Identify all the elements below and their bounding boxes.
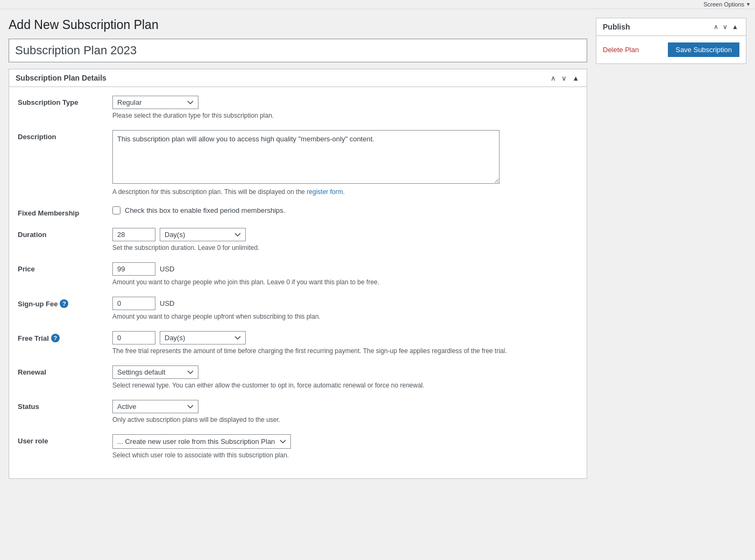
publish-body: Delete Plan Save Subscription [596,36,746,63]
status-label: Status [18,400,104,411]
description-label: Description [18,130,104,141]
price-row: Price USD Amount you want to charge peop… [18,262,578,286]
signup-fee-hint: Amount you want to charge people upfront… [112,313,578,320]
price-value-input[interactable] [112,262,155,276]
subscription-type-row: Subscription Type Regular Serial Please … [18,96,578,119]
publish-header: Publish ∧ ∨ ▲ [596,18,746,36]
duration-label: Duration [18,228,104,239]
panel-collapse-up-button[interactable]: ∧ [550,74,557,82]
free-trial-field: Day(s) Week(s) Month(s) Year(s) The free… [112,331,578,355]
renewal-row: Renewal Settings default Customer choice… [18,365,578,389]
screen-options-button[interactable]: Screen Options [703,1,751,8]
price-field: USD Amount you want to charge people who… [112,262,578,286]
price-hint: Amount you want to charge people who joi… [112,278,578,286]
panel-header: Subscription Plan Details ∧ ∨ ▲ [9,69,587,87]
duration-value-input[interactable] [112,228,155,241]
user-role-select[interactable]: ... Create new user role from this Subsc… [112,434,291,449]
free-trial-inputs: Day(s) Week(s) Month(s) Year(s) [112,331,578,344]
fixed-membership-field: Check this box to enable fixed period me… [112,206,578,214]
duration-row: Duration Day(s) Week(s) Month(s) Year(s)… [18,228,578,252]
panel-controls: ∧ ∨ ▲ [550,74,580,82]
status-row: Status Active Inactive Only active subsc… [18,400,578,423]
free-trial-hint: The free trial represents the amount of … [112,347,578,355]
main-content: Add New Subscription Plan Subscription P… [9,18,587,479]
subscription-type-label: Subscription Type [18,96,104,106]
free-trial-help-icon[interactable]: ? [51,334,60,342]
plan-title-input[interactable] [9,39,587,62]
signup-fee-currency-label: USD [160,299,174,307]
signup-fee-value-input[interactable] [112,297,155,310]
panel-expand-button[interactable]: ▲ [571,74,580,82]
register-form-link[interactable]: register form [307,188,343,196]
user-role-row: User role ... Create new user role from … [18,434,578,459]
status-hint: Only active subscription plans will be d… [112,416,578,423]
user-role-hint: Select which user role to associate with… [112,451,578,459]
renewal-field: Settings default Customer choice Automat… [112,365,578,389]
subscription-type-field: Regular Serial Please select the duratio… [112,96,578,119]
renewal-hint: Select renewal type. You can either allo… [112,382,578,389]
status-field: Active Inactive Only active subscription… [112,400,578,423]
signup-fee-field: USD Amount you want to charge people upf… [112,297,578,320]
publish-collapse-up-button[interactable]: ∧ [713,23,720,31]
user-role-field: ... Create new user role from this Subsc… [112,434,578,459]
panel-collapse-down-button[interactable]: ∨ [560,74,568,82]
publish-title: Publish [603,23,630,31]
description-field: This subscription plan will allow you to… [112,130,578,196]
subscription-type-hint: Please select the duration type for this… [112,112,578,119]
panel-body: Subscription Type Regular Serial Please … [9,87,587,478]
sidebar: Publish ∧ ∨ ▲ Delete Plan Save Subscript… [596,18,746,479]
page-title: Add New Subscription Plan [9,18,587,32]
price-currency-label: USD [160,265,174,273]
signup-fee-inputs: USD [112,297,578,310]
price-label: Price [18,262,104,273]
renewal-label: Renewal [18,365,104,376]
free-trial-unit-select[interactable]: Day(s) Week(s) Month(s) Year(s) [160,331,246,344]
publish-panel: Publish ∧ ∨ ▲ Delete Plan Save Subscript… [596,18,746,64]
description-hint: A description for this subscription plan… [112,188,578,196]
user-role-label: User role [18,434,104,445]
duration-unit-select[interactable]: Day(s) Week(s) Month(s) Year(s) [160,228,246,241]
publish-collapse-down-button[interactable]: ∨ [722,23,729,31]
signup-fee-row: Sign-up Fee ? USD Amount you want to cha… [18,297,578,320]
panel-title: Subscription Plan Details [16,74,106,82]
subscription-plan-panel: Subscription Plan Details ∧ ∨ ▲ Subscrip… [9,69,587,479]
duration-inputs: Day(s) Week(s) Month(s) Year(s) [112,228,578,241]
fixed-membership-checkbox-label: Check this box to enable fixed period me… [125,206,285,214]
subscription-type-select[interactable]: Regular Serial [112,96,198,109]
free-trial-row: Free Trial ? Day(s) Week(s) Month(s) Yea… [18,331,578,355]
duration-hint: Set the subscription duration. Leave 0 f… [112,244,578,252]
free-trial-value-input[interactable] [112,331,155,344]
description-row: Description This subscription plan will … [18,130,578,196]
publish-expand-button[interactable]: ▲ [731,23,739,31]
free-trial-label: Free Trial ? [18,331,104,342]
fixed-membership-checkbox[interactable] [112,206,120,214]
renewal-select[interactable]: Settings default Customer choice Automat… [112,365,198,379]
price-inputs: USD [112,262,578,276]
publish-header-controls: ∧ ∨ ▲ [713,23,739,31]
fixed-membership-checkbox-row: Check this box to enable fixed period me… [112,206,578,214]
fixed-membership-label: Fixed Membership [18,206,104,217]
fixed-membership-row: Fixed Membership Check this box to enabl… [18,206,578,217]
signup-fee-label: Sign-up Fee ? [18,297,104,308]
duration-field: Day(s) Week(s) Month(s) Year(s) Set the … [112,228,578,252]
status-select[interactable]: Active Inactive [112,400,198,413]
save-subscription-button[interactable]: Save Subscription [668,42,739,57]
description-textarea[interactable]: This subscription plan will allow you to… [112,130,500,184]
signup-fee-help-icon[interactable]: ? [60,299,68,308]
delete-plan-link[interactable]: Delete Plan [603,46,639,54]
